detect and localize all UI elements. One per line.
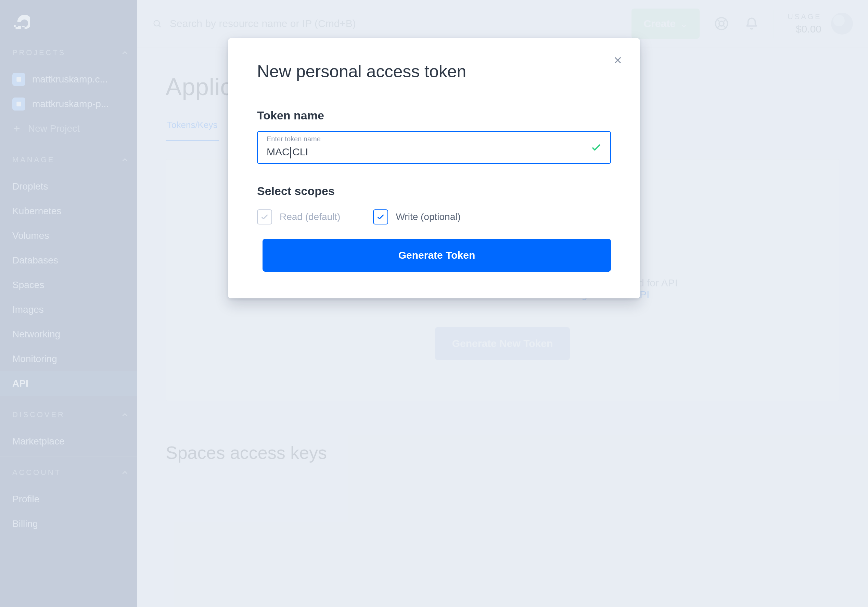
scope-write-label: Write (optional) [396,211,460,222]
new-token-modal: New personal access token Token name Ent… [228,38,640,298]
checkmark-icon [591,142,602,153]
token-name-floating-label: Enter token name [267,135,321,143]
text-caret [290,147,291,158]
scope-read[interactable]: Read (default) [257,209,340,225]
scope-write[interactable]: Write (optional) [373,209,460,225]
checkbox-icon [257,209,272,225]
token-name-input[interactable] [266,146,602,161]
token-name-label: Token name [257,109,611,122]
scopes-label: Select scopes [257,184,611,198]
scope-read-label: Read (default) [280,211,340,222]
generate-token-button[interactable]: Generate Token [262,239,611,272]
checkbox-icon [373,209,388,225]
token-name-field[interactable]: Enter token name [257,131,611,164]
close-icon[interactable] [612,54,624,67]
modal-title: New personal access token [257,62,611,81]
